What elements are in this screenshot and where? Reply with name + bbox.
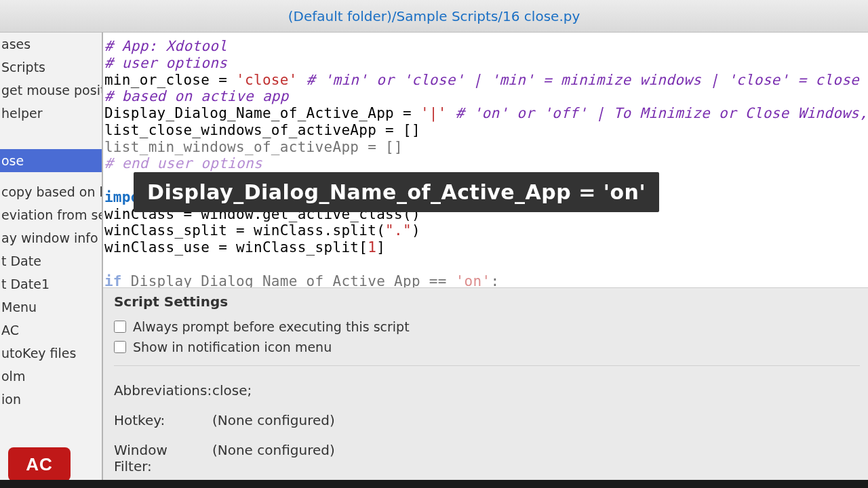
window-filter-label: Window Filter:	[114, 442, 199, 474]
sidebar-item[interactable]: helper	[0, 102, 102, 125]
abbreviations-row: Abbreviations: close;	[114, 375, 860, 405]
sidebar-item[interactable]: olm	[0, 365, 102, 388]
sidebar-item[interactable]: utoKey files	[0, 342, 102, 365]
abbreviations-value: close;	[212, 382, 252, 399]
sidebar-item[interactable]: copy based on loc	[0, 180, 102, 203]
sidebar-item[interactable]: ases	[0, 33, 102, 56]
always-prompt-label: Always prompt before executing this scri…	[133, 319, 410, 334]
sidebar-item[interactable]: ay window info	[0, 226, 102, 249]
sidebar-item[interactable]: Menu	[0, 296, 102, 319]
sidebar-item[interactable]	[0, 141, 102, 149]
settings-title: Script Settings	[114, 293, 860, 310]
sidebar: ases Scriptsget mouse positionhelperosec…	[0, 33, 103, 488]
sidebar-item[interactable]: t Date1	[0, 272, 102, 296]
sidebar-item[interactable]: AC	[0, 319, 102, 342]
hotkey-row: Hotkey: (None configured)	[114, 405, 860, 435]
sidebar-item[interactable]: get mouse position	[0, 79, 102, 102]
hotkey-value: (None configured)	[212, 412, 335, 428]
code-editor[interactable]: # App: Xdotool# user optionsmin_or_close…	[103, 33, 868, 287]
sidebar-item[interactable]: ion	[0, 388, 102, 411]
breadcrumb: (Default folder)/Sample Scripts/16 close…	[288, 8, 580, 24]
show-in-menu-checkbox[interactable]: Show in notification icon menu	[114, 337, 860, 357]
title-bar: (Default folder)/Sample Scripts/16 close…	[0, 0, 868, 33]
taskbar-strip	[0, 480, 868, 488]
sidebar-item[interactable]	[0, 172, 102, 180]
sidebar-item[interactable]: Scripts	[0, 56, 102, 79]
code-completion-tooltip: Display_Dialog_Name_of_Active_App = 'on'	[134, 172, 659, 212]
sidebar-item[interactable]	[0, 133, 102, 141]
always-prompt-box[interactable]	[114, 321, 126, 333]
abbreviations-label: Abbreviations:	[114, 382, 199, 399]
sidebar-item[interactable]: t Date	[0, 249, 102, 272]
window-filter-row: Window Filter: (None configured)	[114, 435, 860, 481]
show-in-menu-label: Show in notification icon menu	[133, 340, 332, 354]
sidebar-item[interactable]: ose	[0, 149, 102, 172]
hotkey-label: Hotkey:	[114, 412, 199, 428]
sidebar-item[interactable]: eviation from sele	[0, 203, 102, 226]
always-prompt-checkbox[interactable]: Always prompt before executing this scri…	[114, 317, 860, 337]
ac-badge: AC	[8, 447, 71, 481]
sidebar-item[interactable]	[0, 125, 102, 133]
show-in-menu-box[interactable]	[114, 341, 126, 353]
script-settings-panel: Script Settings Always prompt before exe…	[103, 287, 868, 488]
content-area: # App: Xdotool# user optionsmin_or_close…	[103, 33, 868, 488]
window-filter-value: (None configured)	[212, 442, 335, 474]
settings-divider	[114, 365, 860, 366]
